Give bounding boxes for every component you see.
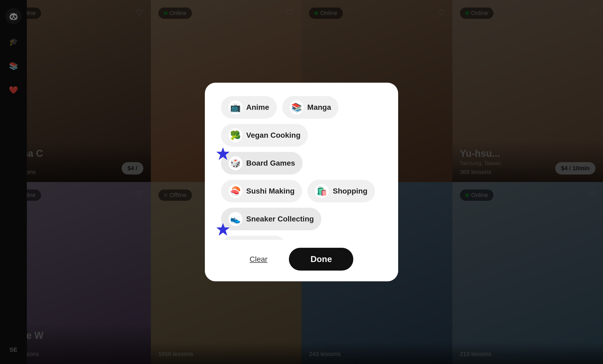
tags-grid: 📺Anime📚Manga🥦Vegan Cooking🎲Board Games 🍣… (221, 96, 382, 240)
tag-label: Board Games (246, 159, 295, 168)
tag-emoji: 📚 (290, 100, 304, 114)
tag-chip-shopping[interactable]: 🛍️Shopping (307, 180, 375, 202)
starburst-icon (216, 222, 230, 237)
tag-emoji: 👟 (228, 212, 242, 226)
tag-chip-vegan-cooking[interactable]: 🥦Vegan Cooking (221, 124, 308, 147)
starburst-icon (216, 147, 230, 161)
svg-marker-0 (216, 147, 230, 160)
tags-row: 🍣Sushi Making🛍️Shopping (221, 180, 382, 202)
modal-scroll-area[interactable]: 📺Anime📚Manga🥦Vegan Cooking🎲Board Games 🍣… (205, 83, 398, 240)
tag-emoji: 🥦 (228, 128, 242, 142)
tag-label: Vegan Cooking (246, 131, 300, 140)
tag-label: Sushi Making (246, 187, 295, 195)
modal-overlay: 📺Anime📚Manga🥦Vegan Cooking🎲Board Games 🍣… (0, 0, 603, 364)
clear-button[interactable]: Clear (250, 255, 268, 264)
tag-label: Anime (246, 103, 269, 112)
tag-chip-sneaker-collecting[interactable]: 👟Sneaker Collecting (221, 208, 321, 230)
tag-emoji: 🛍️ (315, 184, 329, 198)
done-button[interactable]: Done (289, 248, 353, 271)
tag-emoji: 🍣 (228, 184, 242, 198)
svg-marker-1 (216, 223, 230, 236)
modal-footer: Clear Done (205, 240, 398, 281)
tag-label: Sneaker Collecting (246, 215, 314, 223)
tag-label: Shopping (333, 187, 367, 195)
tag-emoji: 📺 (228, 100, 242, 114)
tag-chip-manga[interactable]: 📚Manga (282, 96, 339, 119)
tags-row: 📺Anime📚Manga (221, 96, 382, 119)
tag-chip-mixology[interactable]: 🍸Mixology (221, 236, 286, 240)
tag-chip-anime[interactable]: 📺Anime (221, 96, 277, 119)
tag-chip-sushi-making[interactable]: 🍣Sushi Making (221, 180, 302, 202)
tag-emoji: 🎲 (228, 156, 242, 170)
interests-modal: 📺Anime📚Manga🥦Vegan Cooking🎲Board Games 🍣… (205, 83, 398, 281)
tags-row: 🥦Vegan Cooking🎲Board Games (221, 124, 382, 174)
tags-row: 👟Sneaker Collecting 🍸Mixology (221, 208, 382, 240)
tag-chip-board-games[interactable]: 🎲Board Games (221, 152, 303, 174)
tag-label: Manga (307, 103, 331, 112)
